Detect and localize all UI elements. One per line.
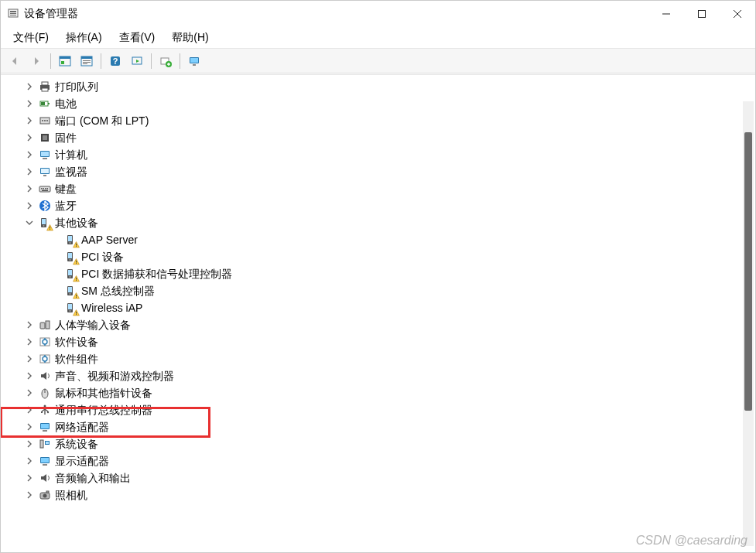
tree-item[interactable]: 显示适配器 <box>10 452 755 469</box>
forward-button[interactable] <box>27 52 46 70</box>
chevron-right-icon[interactable] <box>24 81 35 92</box>
printer-icon <box>38 80 52 94</box>
tree-item[interactable]: 照相机 <box>10 486 755 504</box>
tree-item[interactable]: 固件 <box>10 129 755 146</box>
tree-item-label: 软件组件 <box>55 350 103 367</box>
close-button[interactable] <box>720 1 755 27</box>
chevron-right-icon[interactable] <box>24 115 35 126</box>
minimize-button[interactable] <box>648 1 684 27</box>
menu-action[interactable]: 操作(A) <box>58 29 110 46</box>
menu-help[interactable]: 帮助(H) <box>164 29 216 46</box>
chevron-right-icon[interactable] <box>24 387 35 398</box>
app-icon <box>7 8 19 20</box>
chevron-right-icon[interactable] <box>24 132 35 143</box>
monitor-icon <box>38 165 52 179</box>
mouse-icon <box>38 386 52 400</box>
menu-view[interactable]: 查看(V) <box>111 29 163 46</box>
svg-rect-1 <box>10 11 16 12</box>
toolbar: ? <box>1 49 755 73</box>
tree-item-label: 蓝牙 <box>55 197 81 214</box>
tree-item[interactable]: 系统设备 <box>10 435 755 452</box>
svg-rect-14 <box>83 62 91 63</box>
scrollbar-thumb[interactable] <box>744 132 752 411</box>
help-button[interactable]: ? <box>106 52 125 70</box>
other-icon <box>64 301 78 315</box>
tree-item-label: 计算机 <box>55 146 92 163</box>
svg-rect-9 <box>60 56 70 59</box>
tree-item[interactable]: 软件组件 <box>10 350 755 367</box>
tree-item-label: 声音、视频和游戏控制器 <box>55 367 179 384</box>
chevron-right-icon[interactable] <box>24 370 35 381</box>
tree-item-label: 系统设备 <box>55 435 103 452</box>
back-button[interactable] <box>5 52 24 70</box>
properties-button[interactable] <box>77 52 96 70</box>
tree-item[interactable]: 蓝牙 <box>10 197 755 214</box>
chevron-right-icon[interactable] <box>24 200 35 211</box>
other-icon <box>64 250 78 264</box>
tree-item[interactable]: Wireless iAP <box>10 299 755 316</box>
tree-item[interactable]: 计算机 <box>10 146 755 163</box>
tree-item-label: 监视器 <box>55 163 92 180</box>
tree-item[interactable]: 端口 (COM 和 LPT) <box>10 112 755 129</box>
chevron-right-icon[interactable] <box>24 319 35 330</box>
tree-item[interactable]: 打印队列 <box>10 78 755 95</box>
chevron-right-icon[interactable] <box>24 353 35 364</box>
chevron-right-icon[interactable] <box>24 149 35 160</box>
system-icon <box>38 437 52 451</box>
other-icon <box>38 216 52 230</box>
battery-icon <box>38 97 52 111</box>
chevron-right-icon[interactable] <box>24 405 35 415</box>
tree-item[interactable]: PCI 数据捕获和信号处理控制器 <box>10 265 755 282</box>
tree-item[interactable]: 鼠标和其他指针设备 <box>10 384 755 401</box>
update-driver-button[interactable] <box>156 52 175 70</box>
chevron-right-icon[interactable] <box>24 166 35 177</box>
tree-item[interactable]: 网络适配器 <box>10 418 755 435</box>
chevron-right-icon[interactable] <box>24 439 35 449</box>
svg-rect-10 <box>61 61 64 64</box>
tree-item-label: 音频输入和输出 <box>55 469 135 486</box>
menu-file[interactable]: 文件(F) <box>5 29 56 46</box>
svg-rect-2 <box>10 13 16 14</box>
svg-text:?: ? <box>113 56 118 66</box>
chevron-right-icon[interactable] <box>24 183 35 194</box>
toolbar-separator <box>180 53 180 69</box>
tree-item[interactable]: 人体学输入设备 <box>10 316 755 333</box>
device-tree[interactable]: 打印队列电池端口 (COM 和 LPT)固件计算机监视器键盘蓝牙其他设备AAP … <box>10 78 755 504</box>
computer-icon <box>38 148 52 162</box>
tree-item[interactable]: 其他设备 <box>10 214 755 231</box>
chevron-right-icon[interactable] <box>24 456 35 466</box>
usb-icon <box>38 403 52 417</box>
maximize-button[interactable] <box>684 1 720 27</box>
scan-hardware-button[interactable] <box>128 52 146 70</box>
network-icon <box>38 420 52 434</box>
tree-item[interactable]: 软件设备 <box>10 333 755 350</box>
svg-rect-12 <box>81 56 92 59</box>
tree-item[interactable]: SM 总线控制器 <box>10 282 755 299</box>
svg-marker-19 <box>136 60 139 63</box>
chevron-right-icon[interactable] <box>24 98 35 109</box>
software-icon <box>38 335 52 349</box>
display-icon <box>38 454 52 468</box>
hid-icon <box>38 318 52 332</box>
other-icon <box>64 233 78 247</box>
tree-item[interactable]: 通用串行总线控制器 <box>10 401 755 418</box>
show-hide-tree-button[interactable] <box>56 52 74 70</box>
window-title: 设备管理器 <box>24 7 78 21</box>
scrollbar[interactable] <box>743 101 754 546</box>
tree-item[interactable]: 声音、视频和游戏控制器 <box>10 367 755 384</box>
device-monitor-button[interactable] <box>185 52 204 70</box>
tree-item[interactable]: 音频输入和输出 <box>10 469 755 486</box>
chevron-down-icon[interactable] <box>24 217 35 228</box>
chevron-right-icon[interactable] <box>24 336 35 347</box>
tree-item[interactable]: PCI 设备 <box>10 248 755 265</box>
tree-item[interactable]: AAP Server <box>10 231 755 248</box>
chevron-right-icon[interactable] <box>24 490 35 500</box>
other-icon <box>64 267 78 281</box>
chevron-right-icon[interactable] <box>24 473 35 483</box>
sound-icon <box>38 471 52 485</box>
tree-item[interactable]: 电池 <box>10 95 755 112</box>
tree-item[interactable]: 键盘 <box>10 180 755 197</box>
tree-item[interactable]: 监视器 <box>10 163 755 180</box>
chevron-right-icon[interactable] <box>24 422 35 432</box>
software-icon <box>38 352 52 366</box>
